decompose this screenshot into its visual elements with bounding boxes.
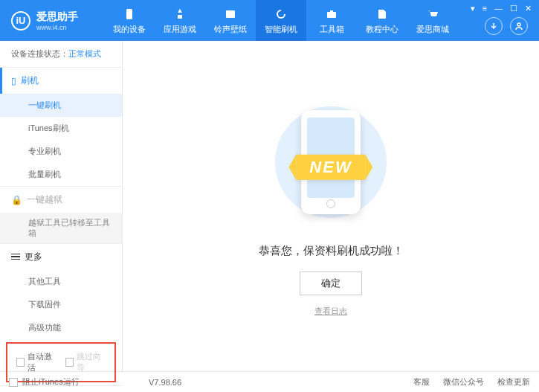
phone-icon — [122, 7, 137, 22]
toolbox-icon — [324, 7, 339, 22]
svg-rect-0 — [126, 9, 132, 19]
success-graphic: NEW — [264, 95, 398, 229]
ok-button[interactable]: 确定 — [300, 271, 362, 295]
refresh-icon — [274, 7, 288, 22]
checkbox-icon[interactable] — [9, 378, 18, 387]
cart-icon — [425, 7, 440, 22]
new-banner: NEW — [296, 155, 365, 180]
sidebar-item-itunes-flash[interactable]: iTunes刷机 — [0, 117, 122, 140]
checkbox-icon — [16, 358, 25, 367]
sidebar-item-batch-flash[interactable]: 批量刷机 — [0, 163, 122, 186]
nav-apps[interactable]: 应用游戏 — [155, 0, 205, 41]
sidebar-item-download-firmware[interactable]: 下载固件 — [0, 293, 122, 316]
maximize-icon[interactable]: ☐ — [510, 4, 517, 13]
app-logo: iU 爱思助手 www.i4.cn — [0, 10, 104, 31]
nav-ringtones[interactable]: 铃声壁纸 — [205, 0, 256, 41]
nav-my-device[interactable]: 我的设备 — [104, 0, 155, 41]
sidebar-section-jailbreak: 🔒 一键越狱 — [0, 187, 122, 213]
nav-tutorials[interactable]: 教程中心 — [357, 0, 407, 41]
nav-label: 工具箱 — [320, 24, 344, 35]
svg-point-4 — [517, 23, 520, 26]
app-icon — [172, 7, 187, 22]
menu-icon — [11, 254, 20, 260]
nav-label: 应用游戏 — [164, 24, 196, 35]
footer-update[interactable]: 检查更新 — [497, 376, 530, 388]
block-itunes-checkbox[interactable]: 阻止iTunes运行 — [22, 376, 80, 388]
download-button[interactable] — [485, 17, 503, 35]
footer-wechat[interactable]: 微信公众号 — [443, 376, 484, 388]
close-icon[interactable]: ✕ — [525, 4, 532, 13]
nav-toolbox[interactable]: 工具箱 — [306, 0, 357, 41]
minimize-icon[interactable]: — — [494, 4, 503, 13]
nav-label: 铃声壁纸 — [214, 24, 247, 35]
footer-support[interactable]: 客服 — [413, 376, 430, 388]
sidebar-jailbreak-note: 越狱工具已转移至工具箱 — [0, 213, 122, 243]
book-icon — [375, 7, 390, 22]
nav-label: 我的设备 — [113, 24, 146, 35]
nav-label: 教程中心 — [366, 24, 398, 35]
sidebar-item-other-tools[interactable]: 其他工具 — [0, 270, 122, 293]
sidebar-item-advanced[interactable]: 高级功能 — [0, 316, 122, 339]
sidebar-section-more[interactable]: 更多 — [0, 244, 122, 270]
checkbox-icon — [65, 358, 74, 367]
view-log-link[interactable]: 查看日志 — [314, 306, 347, 317]
logo-icon: iU — [11, 11, 30, 30]
version-label: V7.98.66 — [149, 378, 181, 387]
nav-label: 爱思商城 — [416, 24, 449, 35]
sidebar-section-flash[interactable]: ▯ 刷机 — [0, 68, 122, 94]
menu-icon[interactable]: ≡ — [482, 4, 487, 13]
connection-status: 设备连接状态：正常模式 — [0, 48, 122, 67]
success-message: 恭喜您，保资料刷机成功啦！ — [259, 244, 404, 258]
svg-rect-2 — [327, 12, 336, 18]
image-icon — [223, 7, 238, 22]
svg-rect-3 — [330, 10, 333, 13]
nav-label: 智能刷机 — [265, 24, 297, 35]
svg-rect-1 — [226, 10, 235, 18]
auto-activate-checkbox[interactable]: 自动激活 — [16, 351, 57, 373]
lock-icon: 🔒 — [11, 195, 22, 205]
nav-store[interactable]: 爱思商城 — [407, 0, 458, 41]
shirt-icon[interactable]: ▾ — [471, 4, 475, 13]
app-name: 爱思助手 — [36, 10, 78, 24]
sidebar-item-oneclick-flash[interactable]: 一键刷机 — [0, 94, 122, 117]
nav-flash[interactable]: 智能刷机 — [256, 0, 306, 41]
user-button[interactable] — [510, 17, 528, 35]
skip-guide-checkbox[interactable]: 跳过向导 — [65, 351, 106, 373]
sidebar-item-pro-flash[interactable]: 专业刷机 — [0, 140, 122, 163]
phone-icon: ▯ — [11, 76, 16, 86]
app-url: www.i4.cn — [36, 24, 78, 31]
